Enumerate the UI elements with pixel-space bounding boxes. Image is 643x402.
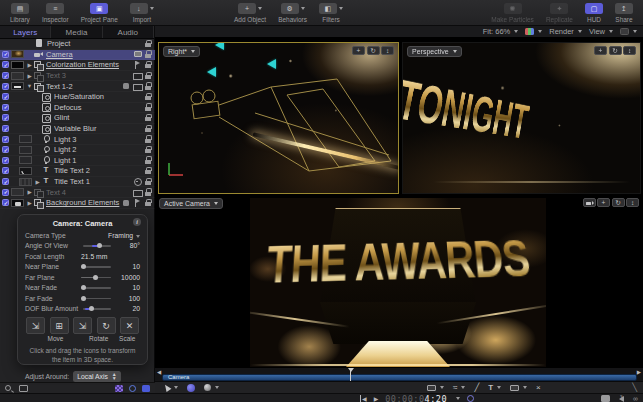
- info-icon[interactable]: i: [133, 218, 141, 226]
- layer-row-light-1[interactable]: Light 1: [0, 156, 155, 167]
- view-dropdown[interactable]: View: [589, 27, 613, 36]
- share-button[interactable]: ↥Share: [609, 0, 639, 25]
- timeline-in-marker[interactable]: ◀: [157, 369, 161, 375]
- badge-icon[interactable]: [122, 199, 130, 207]
- transform-tool[interactable]: ×: [536, 383, 541, 392]
- select-tool-dropdown[interactable]: [164, 384, 178, 391]
- hud-param-value[interactable]: 10: [113, 263, 140, 270]
- orbit-tool-icon[interactable]: ↻: [612, 198, 625, 207]
- lock-icon[interactable]: [144, 82, 152, 90]
- behaviors-tool[interactable]: [187, 384, 195, 392]
- pan-tool-icon[interactable]: +: [597, 198, 610, 207]
- show-mattes-icon[interactable]: [115, 385, 123, 392]
- layer-row-text-3[interactable]: ▶Text 3: [0, 71, 155, 82]
- slider-handle[interactable]: [93, 275, 98, 280]
- orbit-tool-icon[interactable]: ↻: [609, 46, 622, 55]
- hud-param-value[interactable]: 20: [113, 305, 140, 312]
- timecode-dropdown-icon[interactable]: [456, 397, 460, 400]
- hud-param-value[interactable]: 100: [113, 295, 140, 302]
- camera-type-dropdown[interactable]: Framing: [100, 232, 140, 239]
- hud-button[interactable]: ▢HUD: [579, 0, 609, 25]
- ram-preview-icon[interactable]: [601, 395, 610, 402]
- dolly-tool-icon[interactable]: ↕: [623, 46, 636, 55]
- flag-icon[interactable]: [133, 199, 141, 207]
- add-object-button[interactable]: +Add Object: [228, 0, 272, 25]
- lock-icon[interactable]: [144, 72, 152, 80]
- disclosure-icon[interactable]: ▶: [26, 73, 33, 79]
- hud-slider-far-plane[interactable]: [81, 272, 113, 282]
- hud-slider-angle-of-view[interactable]: [81, 241, 113, 251]
- disclosure-icon[interactable]: ▶: [34, 179, 41, 185]
- layer-checkbox[interactable]: [2, 157, 9, 164]
- loop-icon[interactable]: [467, 395, 474, 402]
- layer-row-light-3[interactable]: Light 3: [0, 134, 155, 145]
- perspective-view-dropdown[interactable]: Perspective: [407, 46, 462, 57]
- layout-dropdown[interactable]: [620, 28, 637, 35]
- isolate-icon[interactable]: [134, 51, 142, 57]
- layer-checkbox[interactable]: [2, 189, 9, 196]
- show-filters-icon[interactable]: [142, 385, 150, 392]
- layer-checkbox[interactable]: [2, 72, 9, 79]
- layer-checkbox[interactable]: [2, 104, 9, 111]
- slider-handle[interactable]: [81, 285, 86, 290]
- playhead[interactable]: [350, 368, 351, 381]
- line-tool[interactable]: ╱: [474, 383, 479, 392]
- active-camera-dropdown[interactable]: Active Camera: [159, 198, 223, 209]
- adjust-around-dropdown[interactable]: Local Axis ▲▼: [73, 371, 121, 382]
- hud-slider-dof-blur-amount[interactable]: [81, 304, 113, 314]
- disclosure-icon[interactable]: ▶: [26, 200, 33, 206]
- dolly-tool-icon[interactable]: ↕: [381, 46, 394, 55]
- import-button[interactable]: ↓Import: [124, 0, 160, 25]
- play-button[interactable]: ▶: [374, 395, 379, 402]
- lock-icon[interactable]: [144, 125, 152, 133]
- pan-tool-icon[interactable]: +: [594, 46, 607, 55]
- layer-row-title-text-2[interactable]: Title Text 2: [0, 166, 155, 177]
- layer-checkbox[interactable]: [2, 114, 9, 121]
- camera-track-bar[interactable]: Camera: [162, 374, 637, 381]
- lock-icon[interactable]: [144, 114, 152, 122]
- selection-handle-icon[interactable]: [215, 42, 224, 50]
- show-behaviors-icon[interactable]: [129, 385, 136, 392]
- layer-checkbox[interactable]: [2, 167, 9, 174]
- lock-icon[interactable]: [144, 40, 152, 48]
- shape-tool-dropdown[interactable]: [427, 385, 444, 391]
- lock-icon[interactable]: [144, 188, 152, 196]
- disclosure-icon[interactable]: ▼: [26, 83, 33, 89]
- flag-icon[interactable]: [133, 61, 141, 69]
- lock-icon[interactable]: [144, 178, 152, 186]
- sphere-tool-dropdown[interactable]: [204, 384, 219, 391]
- selection-handle-icon[interactable]: [207, 67, 216, 77]
- media-icon[interactable]: [133, 72, 141, 80]
- layer-row-text-4[interactable]: ▶Text 4: [0, 187, 155, 198]
- layer-checkbox[interactable]: [2, 178, 9, 185]
- make-particles-button[interactable]: ✺Make Particles: [485, 0, 540, 25]
- gear-icon[interactable]: [133, 178, 141, 186]
- inspector-button[interactable]: ≡Inspector: [36, 0, 75, 25]
- tab-audio[interactable]: Audio: [103, 26, 154, 38]
- hud-param-value[interactable]: 10: [113, 284, 140, 291]
- behaviors-button[interactable]: ⚙Behaviors: [272, 0, 313, 25]
- timeline-out-marker[interactable]: ▶: [637, 369, 641, 375]
- lock-icon[interactable]: [144, 50, 152, 58]
- viewport-right[interactable]: Right* + ↻ ↕: [158, 42, 399, 194]
- scale-icon[interactable]: ✕: [120, 317, 139, 334]
- curve-tool-dropdown[interactable]: ≈: [453, 383, 465, 392]
- layer-row-defocus[interactable]: Defocus: [0, 103, 155, 114]
- layer-checkbox[interactable]: [2, 51, 9, 58]
- lock-icon[interactable]: [144, 199, 152, 207]
- layer-checkbox[interactable]: [2, 93, 9, 100]
- badge-icon[interactable]: [122, 82, 130, 90]
- layer-row-camera[interactable]: Camera: [0, 50, 155, 61]
- layer-checkbox[interactable]: [2, 136, 9, 143]
- lock-icon[interactable]: [144, 93, 152, 101]
- zoom-level-dropdown[interactable]: Fit: 66%: [483, 27, 519, 36]
- rotate-icon[interactable]: ↻: [97, 317, 116, 334]
- layer-row-text-1-2[interactable]: ▼Text 1-2: [0, 81, 155, 92]
- layer-checkbox[interactable]: [2, 83, 9, 90]
- layer-row-project[interactable]: Project: [0, 39, 155, 50]
- move-yz-icon[interactable]: ⇲: [73, 317, 92, 334]
- selection-handle-icon[interactable]: [267, 59, 276, 69]
- move-xy-icon[interactable]: ⇲: [26, 317, 45, 334]
- hud-slider-near-plane[interactable]: [81, 262, 113, 272]
- layer-row-glint[interactable]: Glint: [0, 113, 155, 124]
